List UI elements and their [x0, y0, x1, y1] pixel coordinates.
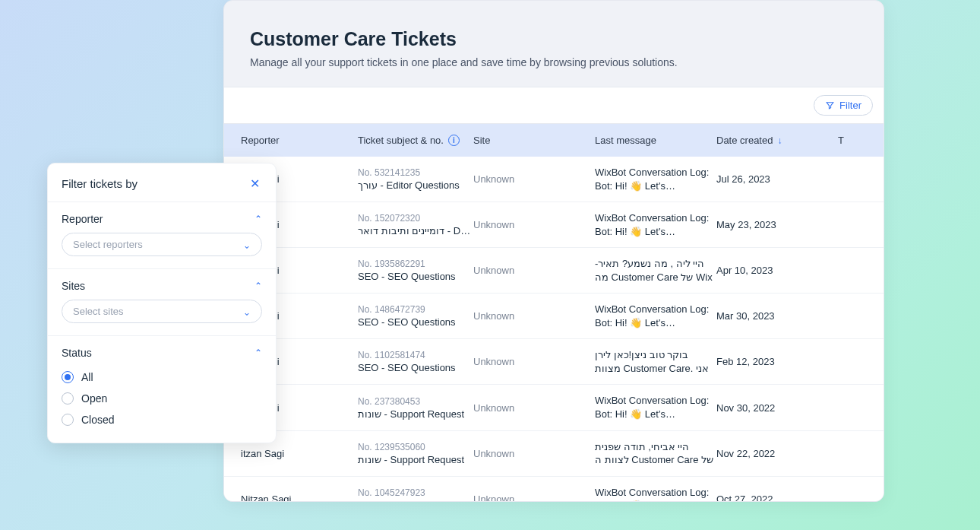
close-icon: ✕ — [250, 176, 260, 191]
table-body: zan SagiNo. 532141235עורך - Editor Quest… — [224, 157, 884, 502]
table-row[interactable]: zan SagiNo. 1935862291SEO - SEO Question… — [224, 248, 884, 294]
ticket-subject: עורך - Editor Questions — [358, 179, 473, 191]
ticket-number: No. 1102581474 — [358, 350, 473, 360]
section-label: Status — [62, 347, 92, 359]
filter-button-label: Filter — [839, 100, 861, 111]
table-row[interactable]: zan SagiNo. 237380453שונות - Support Req… — [224, 385, 884, 430]
filter-section-status: Status ⌃ AllOpenClosed — [48, 336, 276, 443]
table-row[interactable]: Nitzan SagiNo. 1045247923שונות - Support… — [224, 477, 884, 502]
chevron-up-icon: ⌃ — [254, 281, 262, 291]
ticket-number: No. 1045247923 — [358, 487, 473, 498]
section-toggle-sites[interactable]: Sites ⌃ — [62, 280, 262, 292]
cell-date: Oct 27, 2022 — [716, 494, 838, 502]
ticket-subject: שונות - Support Request — [358, 454, 473, 465]
cell-message: בוקר טוב ניצן!כאן לירן מצוות Customer Ca… — [595, 348, 716, 375]
cell-subject: No. 532141235עורך - Editor Questions — [358, 167, 473, 191]
cell-subject: No. 1486472739SEO - SEO Questions — [358, 304, 473, 328]
ticket-subject: שונות - Support Request — [358, 500, 473, 502]
info-icon[interactable]: i — [448, 135, 460, 146]
cell-site: Unknown — [473, 310, 595, 322]
ticket-number: No. 1239535060 — [358, 442, 473, 452]
chevron-up-icon: ⌃ — [254, 348, 262, 358]
reporter-select[interactable]: Select reporters ⌃ — [62, 233, 262, 256]
cell-subject: No. 152072320דומיינים ותיבות דואר - Do… — [358, 213, 473, 236]
status-option[interactable]: Open — [62, 388, 262, 409]
column-header-date[interactable]: Date created ↓ — [716, 135, 838, 146]
ticket-number: No. 532141235 — [358, 167, 473, 178]
cell-message: WixBot Conversation Log: Bot: Hi! 👋 Let'… — [595, 211, 716, 238]
section-label: Sites — [62, 280, 85, 292]
close-button[interactable]: ✕ — [247, 176, 262, 191]
cell-site: Unknown — [473, 494, 595, 502]
cell-subject: No. 1102581474SEO - SEO Questions — [358, 350, 473, 373]
table-row[interactable]: itzan SagiNo. 1239535060שונות - Support … — [224, 431, 884, 477]
cell-subject: No. 1045247923שונות - Support Request — [358, 487, 473, 502]
filter-section-reporter: Reporter ⌃ Select reporters ⌃ — [48, 202, 276, 269]
cell-date: May 23, 2023 — [716, 219, 838, 230]
page-title: Customer Care Tickets — [250, 28, 858, 50]
section-toggle-reporter[interactable]: Reporter ⌃ — [62, 213, 262, 225]
cell-subject: No. 1239535060שונות - Support Request — [358, 442, 473, 465]
table-header: Reporter Ticket subject & no. i Site Las… — [224, 124, 884, 157]
cell-site: Unknown — [473, 219, 595, 230]
ticket-number: No. 237380453 — [358, 396, 473, 407]
cell-date: Nov 22, 2022 — [716, 448, 838, 459]
chevron-down-icon: ⌃ — [243, 240, 251, 250]
cell-reporter: itzan Sagi — [241, 448, 358, 459]
filter-button[interactable]: Filter — [814, 95, 873, 116]
radio-icon — [62, 414, 74, 426]
filter-popup: Filter tickets by ✕ Reporter ⌃ Select re… — [47, 163, 277, 443]
cell-message: WixBot Conversation Log: Bot: Hi! 👋 Let'… — [595, 166, 716, 192]
table-row[interactable]: zan SagiNo. 152072320דומיינים ותיבות דוא… — [224, 202, 884, 248]
table-row[interactable]: zan SagiNo. 1102581474SEO - SEO Question… — [224, 339, 884, 385]
cell-site: Unknown — [473, 265, 595, 276]
cell-reporter: Nitzan Sagi — [241, 494, 358, 502]
chevron-down-icon: ⌃ — [243, 306, 251, 317]
cell-subject: No. 237380453שונות - Support Request — [358, 396, 473, 420]
status-option[interactable]: Closed — [62, 409, 262, 430]
ticket-subject: SEO - SEO Questions — [358, 362, 473, 373]
popup-title: Filter tickets by — [62, 177, 138, 190]
sort-desc-icon: ↓ — [777, 135, 782, 146]
cell-message: WixBot Conversation Log: Bot: Hi! 👋 Let'… — [595, 303, 716, 329]
status-option[interactable]: All — [62, 367, 262, 388]
column-header-t[interactable]: T — [838, 135, 867, 146]
column-header-message[interactable]: Last message — [595, 135, 716, 146]
tickets-panel: Customer Care Tickets Manage all your su… — [223, 0, 884, 502]
cell-site: Unknown — [473, 448, 595, 459]
section-label: Reporter — [62, 213, 103, 225]
ticket-subject: דומיינים ותיבות דואר - Do… — [358, 225, 473, 236]
cell-site: Unknown — [473, 356, 595, 367]
cell-date: Jul 26, 2023 — [716, 173, 838, 185]
ticket-subject: SEO - SEO Questions — [358, 271, 473, 282]
cell-site: Unknown — [473, 173, 595, 185]
table-row[interactable]: zan SagiNo. 532141235עורך - Editor Quest… — [224, 157, 884, 202]
table-row[interactable]: zan SagiNo. 1486472739SEO - SEO Question… — [224, 294, 884, 339]
column-header-site[interactable]: Site — [473, 135, 595, 146]
section-toggle-status[interactable]: Status ⌃ — [62, 347, 262, 359]
column-header-reporter[interactable]: Reporter — [241, 135, 358, 146]
chevron-up-icon: ⌃ — [254, 214, 262, 224]
cell-date: Mar 30, 2023 — [716, 310, 838, 322]
status-option-label: Closed — [81, 414, 115, 426]
cell-date: Feb 12, 2023 — [716, 356, 838, 367]
ticket-subject: שונות - Support Request — [358, 408, 473, 420]
filter-section-sites: Sites ⌃ Select sites ⌃ — [48, 269, 276, 336]
panel-header: Customer Care Tickets Manage all your su… — [224, 1, 884, 87]
status-option-label: Open — [81, 392, 107, 405]
ticket-subject: SEO - SEO Questions — [358, 316, 473, 328]
column-header-subject[interactable]: Ticket subject & no. i — [358, 135, 473, 146]
toolbar: Filter — [224, 87, 884, 124]
select-placeholder: Select sites — [73, 306, 123, 317]
cell-subject: No. 1935862291SEO - SEO Questions — [358, 259, 473, 282]
cell-message: WixBot Conversation Log: Bot: Hi! 👋 Let'… — [595, 394, 716, 421]
page-subtitle: Manage all your support tickets in one p… — [250, 56, 858, 68]
ticket-number: No. 1935862291 — [358, 259, 473, 269]
sites-select[interactable]: Select sites ⌃ — [62, 300, 262, 323]
cell-message: WixBot Conversation Log: Bot: Hi! 👋 Let'… — [595, 486, 716, 502]
radio-icon — [62, 371, 74, 383]
popup-header: Filter tickets by ✕ — [48, 163, 276, 202]
cell-site: Unknown — [473, 402, 595, 414]
cell-date: Nov 30, 2022 — [716, 402, 838, 414]
ticket-number: No. 1486472739 — [358, 304, 473, 315]
